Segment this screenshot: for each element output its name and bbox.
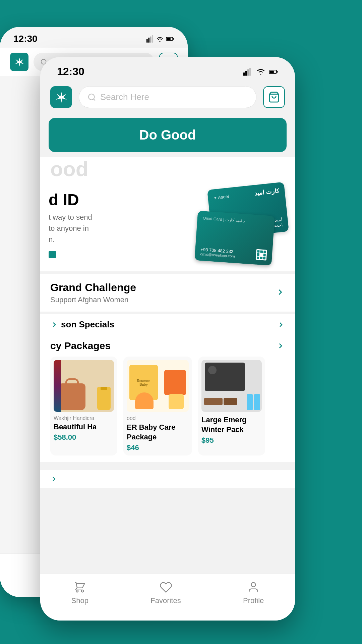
product-name-3: Large EmergWinter Pack — [201, 415, 262, 434]
profile-icon — [247, 581, 260, 594]
chevron-right-icon — [276, 287, 285, 297]
back-logo-button[interactable] — [10, 53, 28, 71]
bag-body — [59, 383, 85, 410]
omid-description: t way to sendto anyone inn. — [49, 212, 188, 245]
status-time: 12:30 — [57, 65, 84, 78]
product-name-2: ER Baby Care Package — [127, 423, 189, 442]
hero-partial-text: ood — [50, 157, 88, 180]
favorites-icon — [160, 581, 172, 594]
bottom-nav: Shop Favorites Profile — [40, 574, 295, 621]
water-bottles — [247, 394, 260, 410]
svg-rect-0 — [146, 39, 148, 43]
card2-qr — [256, 249, 267, 261]
omid-cta-indicator — [49, 251, 56, 258]
season-chevron-right-icon — [277, 321, 285, 329]
omid-text-area: d ID t way to sendto anyone inn. — [49, 191, 188, 258]
svg-rect-13 — [249, 68, 251, 75]
phone-front: 12:30 — [40, 57, 295, 621]
search-bar[interactable]: Search Here — [79, 86, 256, 108]
grand-challenge-chevron[interactable] — [276, 287, 285, 298]
svg-rect-10 — [243, 72, 245, 75]
product-name-1: Beautiful Ha — [54, 423, 114, 431]
logo-icon — [55, 91, 67, 103]
back-status-icons — [146, 35, 174, 43]
packages-chevron-icon — [276, 341, 285, 350]
svg-rect-15 — [277, 71, 278, 72]
log-2 — [224, 398, 237, 405]
shop-label: Shop — [71, 596, 88, 605]
bottle-cap — [101, 387, 107, 390]
svg-rect-2 — [150, 37, 152, 43]
svg-rect-6 — [167, 38, 171, 40]
status-icons — [243, 67, 278, 76]
cart-icon — [268, 91, 280, 103]
package-card-2[interactable]: ReumonBaby ood ER Baby Care Package $46 — [123, 357, 192, 455]
season-label: son Specials — [61, 319, 114, 330]
grand-challenge-title: Grand Challenge — [50, 281, 136, 294]
cart-button[interactable] — [263, 86, 285, 108]
search-icon — [87, 93, 96, 102]
season-left: son Specials — [50, 319, 114, 330]
svg-rect-5 — [173, 38, 174, 40]
product-price-2: $46 — [127, 443, 189, 452]
omid-section: ood d ID t way to sendto anyone inn. ✦ A… — [40, 157, 295, 271]
logo-button[interactable] — [50, 86, 72, 108]
back-status-bar: 12:30 — [0, 27, 188, 48]
store-name-1: Wakhjir Handicra — [54, 415, 114, 421]
packages-title: cy Packages — [50, 340, 111, 352]
cloth-strip — [54, 360, 61, 412]
svg-rect-3 — [152, 35, 153, 43]
baby-can — [135, 392, 154, 409]
package-card-1-image — [54, 360, 114, 412]
hero-text-area: ood — [40, 157, 295, 182]
omid-id-title: d ID — [49, 191, 188, 209]
season-chevron-left-icon — [50, 321, 58, 329]
omid-cards-visual: ✦ Aseel کارت امید امید - 0001 احمد احمدی… — [196, 186, 287, 263]
product-price-1: $58.00 — [54, 433, 114, 442]
grand-challenge-text: Grand Challenge Support Afghan Women — [50, 281, 136, 304]
nav-favorites[interactable]: Favorites — [150, 581, 181, 605]
package-card-3-image — [201, 360, 262, 412]
store-name-2: ood — [127, 415, 189, 421]
bottle-1 — [247, 394, 253, 410]
spacer — [40, 464, 295, 470]
wifi-icon — [156, 35, 164, 43]
nav-shop[interactable]: Shop — [71, 581, 88, 605]
back-status-time: 12:30 — [13, 34, 38, 44]
bottle-2 — [254, 394, 260, 410]
battery-status-icon — [269, 67, 278, 76]
wood-pile — [204, 398, 237, 405]
more-section-row — [40, 470, 295, 488]
app-header: Search Here — [40, 81, 295, 115]
svg-rect-12 — [247, 69, 249, 76]
oil-bottle — [97, 387, 111, 410]
profile-label: Profile — [243, 596, 264, 605]
log-1 — [204, 398, 223, 405]
package-card-3[interactable]: Large EmergWinter Pack $95 — [198, 357, 265, 455]
stove-burner — [208, 366, 217, 374]
baby-box-2 — [164, 370, 186, 395]
shop-icon — [73, 581, 86, 594]
season-row: son Specials — [40, 314, 295, 335]
stove — [205, 363, 245, 391]
grand-challenge-section[interactable]: Grand Challenge Support Afghan Women — [40, 274, 295, 312]
package-card-1[interactable]: Wakhjir Handicra Beautiful Ha $58.00 — [50, 357, 117, 455]
baby-item-small — [169, 394, 184, 409]
nav-profile[interactable]: Profile — [243, 581, 264, 605]
status-bar: 12:30 — [40, 57, 295, 81]
package-card-2-image: ReumonBaby — [127, 360, 189, 412]
do-good-button[interactable]: Do Good — [49, 118, 287, 152]
signal-icon — [146, 35, 154, 43]
wifi-status-icon — [256, 67, 265, 76]
bag-handle — [65, 378, 79, 385]
packages-scroll: Wakhjir Handicra Beautiful Ha $58.00 Reu… — [40, 355, 295, 462]
product-price-3: $95 — [201, 436, 262, 445]
svg-rect-16 — [269, 70, 274, 73]
grand-challenge-subtitle: Support Afghan Women — [50, 296, 136, 304]
svg-point-17 — [88, 94, 94, 100]
card2-header: Omid Card | د امید کارت — [202, 216, 269, 225]
back-logo-icon — [14, 57, 24, 67]
favorites-label: Favorites — [150, 596, 181, 605]
signal-bars-icon — [243, 67, 253, 76]
omid-card-row: d ID t way to sendto anyone inn. ✦ Aseel… — [40, 182, 295, 271]
